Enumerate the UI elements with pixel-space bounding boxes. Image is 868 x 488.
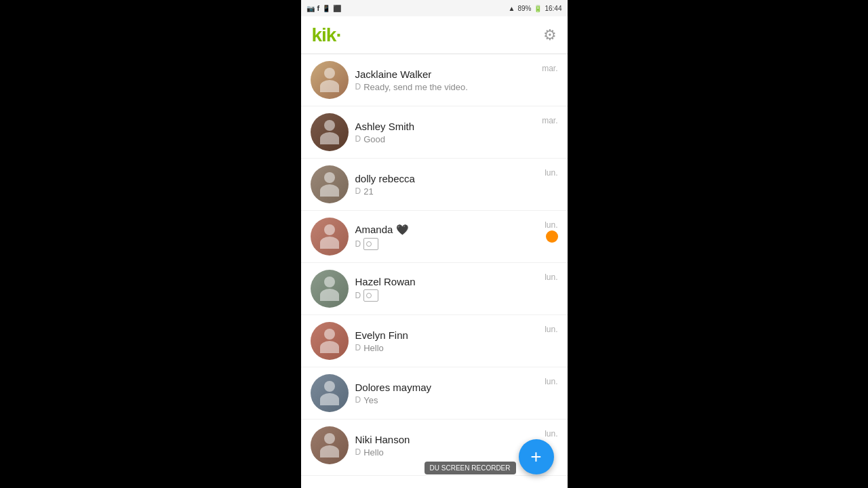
chat-time-1: mar. bbox=[542, 61, 557, 73]
chat-name-2: Ashley Smith bbox=[355, 121, 536, 132]
chat-content-6: Evelyn Finn D Hello bbox=[349, 329, 545, 353]
avatar-jacklaine-walker bbox=[311, 61, 349, 99]
chat-list: Jacklaine Walker D Ready, send me the vi… bbox=[301, 54, 568, 488]
battery-text: 89% bbox=[517, 5, 531, 12]
camera-icon: 📷 bbox=[307, 5, 315, 12]
status-bar-left-icons: 📷 f 📱 ⬛ bbox=[307, 4, 342, 12]
chat-item-ashley-smith[interactable]: Ashley Smith D Good mar. bbox=[301, 106, 568, 159]
signal-icon: ▲ bbox=[509, 5, 515, 12]
chat-name-5: Hazel Rowan bbox=[355, 276, 538, 287]
delivered-icon-8: D bbox=[355, 447, 361, 457]
avatar-ashley-smith bbox=[311, 113, 349, 151]
chat-item-dolores-maymay[interactable]: Dolores maymay D Yes lun. bbox=[301, 367, 568, 420]
chat-preview-8: D Hello bbox=[355, 447, 538, 458]
image-preview-4 bbox=[363, 238, 378, 250]
chat-time-3: lun. bbox=[545, 165, 557, 178]
chat-preview-7: D Yes bbox=[355, 395, 538, 405]
preview-text-1: Ready, send me the video. bbox=[363, 82, 468, 92]
avatar-hazel-rowan bbox=[311, 270, 349, 308]
unread-badge-amanda bbox=[546, 230, 558, 243]
chat-preview-4: D bbox=[355, 238, 538, 250]
delivered-icon-5: D bbox=[355, 291, 361, 300]
delivered-icon-3: D bbox=[355, 186, 361, 196]
time-display: 16:44 bbox=[545, 5, 561, 12]
preview-text-7: Yes bbox=[363, 395, 378, 405]
chat-preview-3: D 21 bbox=[355, 186, 538, 197]
chat-name-4: Amanda 🖤 bbox=[355, 224, 538, 236]
status-bar: 📷 f 📱 ⬛ ▲ 89% 🔋 16:44 bbox=[301, 0, 568, 16]
preview-text-3: 21 bbox=[363, 186, 373, 197]
avatar-niki-hanson bbox=[311, 426, 349, 464]
phone-screen: 📷 f 📱 ⬛ ▲ 89% 🔋 16:44 kik· ⚙ Jacklaine W… bbox=[301, 0, 568, 488]
avatar-amanda bbox=[311, 218, 349, 256]
status-bar-right: ▲ 89% 🔋 16:44 bbox=[509, 5, 562, 12]
chat-time-7: lun. bbox=[545, 374, 557, 386]
avatar-dolores-maymay bbox=[311, 374, 349, 412]
chat-preview-2: D Good bbox=[355, 134, 536, 144]
chat-time-6: lun. bbox=[545, 322, 557, 334]
delivered-icon-2: D bbox=[355, 134, 361, 144]
chat-preview-5: D bbox=[355, 289, 538, 302]
chat-preview-6: D Hello bbox=[355, 343, 538, 353]
chat-item-evelyn-finn[interactable]: Evelyn Finn D Hello lun. bbox=[301, 315, 568, 367]
delivered-icon-6: D bbox=[355, 343, 361, 352]
chat-item-amanda[interactable]: Amanda 🖤 D lun. bbox=[301, 211, 568, 263]
notification-icon: 📱 bbox=[322, 5, 330, 12]
extra-icon: ⬛ bbox=[333, 5, 341, 12]
preview-text-8: Hello bbox=[363, 447, 384, 458]
chat-name-7: Dolores maymay bbox=[355, 382, 538, 393]
delivered-icon-7: D bbox=[355, 395, 361, 405]
chat-name-3: dolly rebecca bbox=[355, 173, 538, 184]
image-preview-5 bbox=[363, 289, 378, 302]
chat-name-1: Jacklaine Walker bbox=[355, 68, 536, 80]
chat-content-4: Amanda 🖤 D bbox=[349, 224, 545, 250]
facebook-icon: f bbox=[317, 4, 320, 12]
chat-content-7: Dolores maymay D Yes bbox=[349, 382, 545, 405]
chat-item-hazel-rowan[interactable]: Hazel Rowan D lun. bbox=[301, 263, 568, 315]
chat-name-6: Evelyn Finn bbox=[355, 329, 538, 341]
app-header: kik· ⚙ bbox=[301, 16, 568, 54]
chat-content-3: dolly rebecca D 21 bbox=[349, 173, 545, 197]
chat-content-2: Ashley Smith D Good bbox=[349, 121, 542, 144]
chat-preview-1: D Ready, send me the video. bbox=[355, 82, 536, 92]
delivered-icon-1: D bbox=[355, 82, 361, 92]
chat-time-8: lun. bbox=[545, 426, 557, 439]
chat-time-2: mar. bbox=[542, 113, 557, 125]
chat-item-jacklaine-walker[interactable]: Jacklaine Walker D Ready, send me the vi… bbox=[301, 54, 568, 106]
chat-item-dolly-rebecca[interactable]: dolly rebecca D 21 lun. bbox=[301, 159, 568, 211]
kik-logo: kik· bbox=[312, 24, 341, 46]
avatar-evelyn-finn bbox=[311, 322, 349, 360]
preview-text-6: Hello bbox=[363, 343, 384, 353]
new-conversation-button[interactable]: + bbox=[519, 439, 554, 474]
avatar-dolly-rebecca bbox=[311, 165, 349, 203]
settings-button[interactable]: ⚙ bbox=[543, 26, 557, 44]
chat-time-4: lun. bbox=[545, 218, 557, 230]
battery-icon: 🔋 bbox=[534, 5, 542, 12]
preview-text-2: Good bbox=[363, 134, 385, 144]
chat-content-1: Jacklaine Walker D Ready, send me the vi… bbox=[349, 68, 542, 92]
chat-content-8: Niki Hanson D Hello bbox=[349, 434, 545, 458]
chat-time-5: lun. bbox=[545, 270, 557, 282]
du-recorder-badge: DU SCREEN RECORDER bbox=[425, 462, 516, 474]
chat-content-5: Hazel Rowan D bbox=[349, 276, 545, 302]
chat-name-8: Niki Hanson bbox=[355, 434, 538, 445]
delivered-icon-4: D bbox=[355, 239, 361, 249]
